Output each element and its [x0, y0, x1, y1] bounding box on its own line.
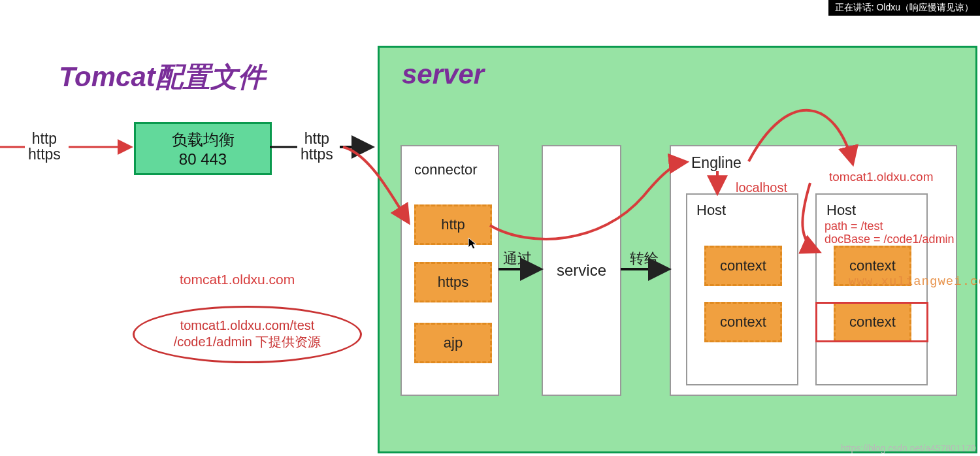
host-box-1: [686, 193, 798, 385]
server-title: server: [402, 59, 484, 90]
lb-line2: 80 443: [179, 150, 227, 169]
ellipse-line2: /code1/admin 下提供资源: [174, 333, 321, 351]
tomcat1-annotation: tomcat1.oldxu.com: [829, 170, 933, 184]
selected-context-highlight: [815, 302, 928, 342]
domain-note: tomcat1.oldxu.com: [180, 272, 295, 287]
lb-line1: 负载均衡: [172, 129, 235, 150]
connector-https: https: [414, 262, 492, 302]
connector-title: connector: [414, 161, 478, 178]
service-label: service: [557, 261, 606, 280]
connector-http-label: http: [441, 216, 465, 233]
url-ellipse: tomcat1.oldxu.com/test /code1/admin 下提供资…: [133, 306, 362, 363]
mid-protocols: http https: [301, 131, 333, 162]
mid-http-text: http https: [301, 130, 333, 163]
forward-label: 转给: [630, 249, 659, 269]
host2-title: Host: [826, 202, 856, 219]
docbase-text: docBase = /code1/admin: [825, 233, 955, 246]
cursor-icon: [468, 237, 478, 250]
host1-context-2: context: [704, 302, 782, 342]
diagram-title: Tomcat配置文件: [59, 59, 265, 95]
path-docbase-annotation: path = /test docBase = /code1/admin: [825, 220, 955, 246]
entry-protocols: http https: [28, 131, 61, 162]
footer-watermark: https://blog.csdn.net/a457801170: [841, 443, 976, 453]
connector-ajp-label: ajp: [444, 334, 463, 351]
host1-title: Host: [696, 202, 726, 219]
load-balancer-box: 负载均衡 80 443: [134, 122, 272, 175]
watermark: www.xuliangwei.co: [849, 274, 980, 289]
speaker-overlay: 正在讲话: Oldxu（响应慢请见谅）: [828, 0, 980, 16]
context-label: context: [720, 314, 766, 331]
through-label: 通过: [503, 249, 532, 269]
context-label: context: [849, 257, 896, 274]
ellipse-line1: tomcat1.oldxu.com/test: [180, 318, 315, 333]
context-label: context: [720, 257, 766, 274]
entry-http-text: http https: [28, 130, 61, 163]
engine-title: Engline: [691, 154, 742, 172]
connector-ajp: ajp: [414, 323, 492, 363]
connector-http: http: [414, 204, 492, 245]
localhost-annotation: localhost: [736, 180, 787, 195]
host1-context-1: context: [704, 246, 782, 286]
service-box: service: [542, 145, 621, 396]
path-text: path = /test: [825, 220, 955, 233]
connector-https-label: https: [438, 274, 469, 291]
